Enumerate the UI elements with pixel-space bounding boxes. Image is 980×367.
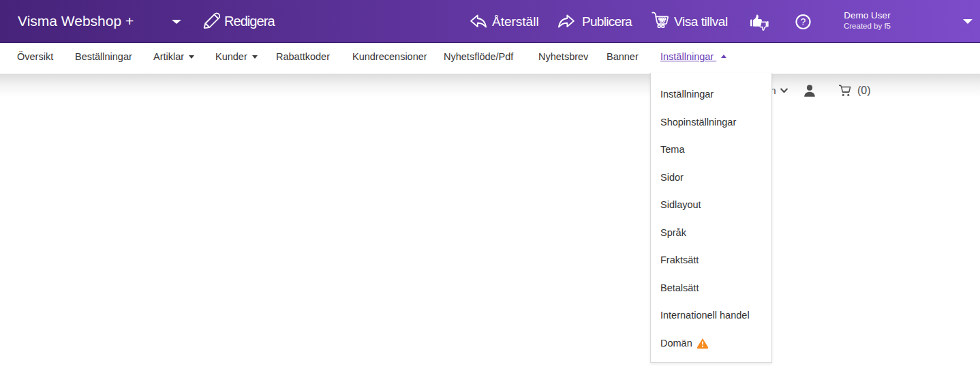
svg-text:?: ? — [801, 16, 806, 27]
